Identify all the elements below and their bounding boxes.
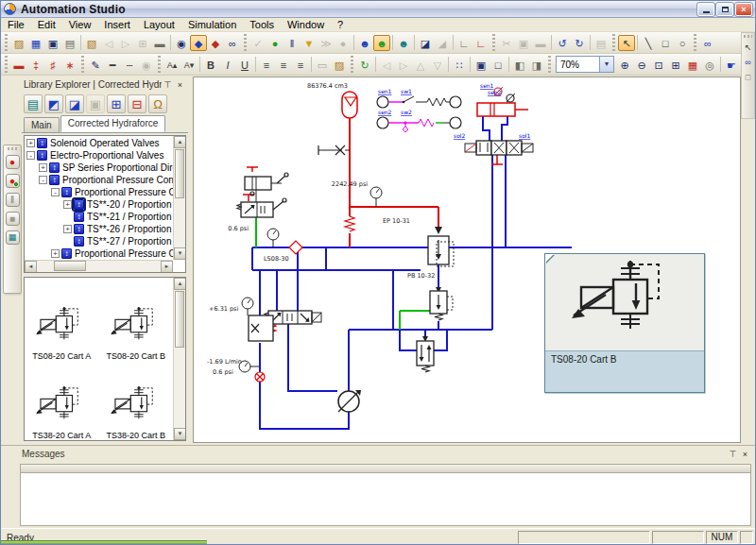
ellipse-tool-icon[interactable]: ○ — [674, 35, 691, 51]
scrollbar-thumb[interactable] — [175, 149, 184, 198]
tree-item-label[interactable]: TS**-20 / Proportion — [87, 199, 172, 210]
print-icon[interactable]: ▤ — [61, 35, 78, 51]
sen1-link[interactable]: sen1 — [378, 88, 392, 94]
tree-item[interactable]: -↕Electro-Proportional Valves — [25, 149, 173, 162]
hydraulic-lines-red[interactable] — [243, 92, 528, 382]
toolbar-grip[interactable] — [744, 35, 752, 38]
sim-run-button[interactable]: ● — [6, 174, 20, 188]
font-decrease-icon[interactable]: A▾ — [180, 57, 198, 73]
scrollbar-thumb[interactable] — [54, 261, 86, 271]
filter-block-symbol[interactable] — [249, 315, 273, 341]
tree-item-label[interactable]: Proportional Pressure Co — [75, 248, 173, 259]
cylinder-sen2-link[interactable]: sen2 — [488, 89, 502, 95]
plotter-icon[interactable]: ◪ — [417, 35, 434, 51]
toolbar-grip[interactable] — [5, 56, 8, 73]
zoom-in-icon[interactable]: ⊕ — [616, 57, 633, 73]
library-remove-icon[interactable]: ⊟ — [128, 94, 146, 113]
close-button[interactable]: × — [735, 3, 752, 16]
component-thumbnail[interactable]: TS08-20 Cart A — [25, 283, 99, 363]
pen-style-icon[interactable]: ✎ — [87, 57, 104, 73]
menu-simulation[interactable]: Simulation — [181, 18, 243, 32]
scroll-up-icon[interactable]: ▲ — [174, 278, 186, 290]
measure-icon[interactable]: ∟ — [455, 35, 472, 51]
orifice-spring-symbol[interactable] — [345, 216, 354, 231]
previous-page-icon[interactable]: ◁ — [100, 35, 117, 51]
insert-page-icon[interactable]: ⊞ — [134, 35, 151, 51]
sol1-link[interactable]: sol1 — [519, 132, 530, 139]
workshop-pair-icon[interactable]: ☻ — [395, 35, 412, 51]
tree-expander[interactable]: + — [51, 249, 60, 258]
zoom-out-icon[interactable]: ⊖ — [633, 57, 650, 73]
library-save-icon[interactable]: ▣ — [86, 94, 105, 113]
gauge-symbol[interactable] — [370, 187, 382, 207]
bring-front-icon[interactable]: ◧ — [511, 57, 528, 73]
tree-expander[interactable]: - — [26, 151, 35, 160]
accumulator-symbol[interactable] — [342, 92, 357, 118]
restore-button[interactable] — [716, 3, 733, 16]
group-icon[interactable]: ▣ — [472, 57, 490, 73]
font-increase-icon[interactable]: A▴ — [163, 57, 180, 73]
tree-item[interactable]: +↕Proportional Pressure Co — [25, 247, 173, 260]
sen2-link[interactable]: sen2 — [378, 109, 392, 115]
actuator-cylinder-symbol[interactable] — [477, 103, 528, 116]
menu-edit[interactable]: Edit — [31, 18, 62, 32]
toolbar-grip[interactable] — [244, 34, 247, 51]
tree-item-label[interactable]: Electro-Proportional Valves — [50, 150, 163, 161]
slope-icon[interactable]: ◢ — [434, 35, 451, 51]
shape-tool-icon[interactable]: □ — [742, 71, 754, 83]
toolbar-grip[interactable] — [5, 34, 8, 51]
tree-horizontal-scrollbar[interactable]: ◄ ► — [25, 260, 173, 272]
zoom-document-icon[interactable]: ◉ — [173, 35, 190, 51]
variable-pump-symbol[interactable] — [338, 390, 361, 412]
save-icon[interactable]: ▣ — [44, 35, 61, 51]
toolbar-grip[interactable] — [548, 56, 551, 73]
simulation-pause-icon[interactable]: ‖ — [284, 35, 301, 51]
snap-grid-icon[interactable]: ∷ — [451, 57, 468, 73]
messages-column-header[interactable] — [20, 464, 751, 473]
library-lock-icon[interactable]: Ω — [148, 94, 167, 113]
align-center-icon[interactable]: ≡ — [275, 57, 292, 73]
sim-pause-button[interactable]: ‖ — [6, 193, 20, 207]
menu-help[interactable]: ? — [331, 18, 350, 32]
measure-red-icon[interactable]: ∟ — [472, 35, 490, 51]
menu-layout[interactable]: Layout — [137, 18, 181, 32]
scrollbar-thumb[interactable] — [175, 291, 184, 348]
open-project-icon[interactable]: ▨ — [10, 35, 27, 51]
sim-halt-button[interactable]: ■ — [6, 212, 20, 226]
flip-horizontal-icon[interactable]: ▽ — [429, 57, 446, 73]
tree-item-label[interactable]: TS**-21 / Proportion — [87, 212, 172, 222]
tree-vertical-scrollbar[interactable]: ▲ ▼ — [173, 136, 185, 260]
copy-icon[interactable]: ▣ — [515, 35, 532, 51]
component-thumbnail[interactable]: TS38-20 Cart A — [25, 363, 99, 441]
minimize-button[interactable] — [697, 3, 714, 16]
underline-icon[interactable]: U — [236, 57, 253, 73]
toolbar-grip[interactable] — [81, 56, 84, 73]
italic-icon[interactable]: I — [219, 57, 236, 73]
tree-item-label[interactable]: Proportional Pressure Contro — [62, 175, 173, 185]
cylinder-sen1-link[interactable]: sen1 — [480, 82, 494, 89]
combo-dropdown-icon[interactable]: ▼ — [599, 57, 613, 72]
tree-item-label[interactable]: TS**-26 / Proportion — [87, 224, 172, 234]
sim-stop-button[interactable]: ● — [6, 155, 20, 169]
scroll-left-icon[interactable]: ◄ — [25, 261, 37, 273]
scroll-up-icon[interactable]: ▲ — [174, 136, 186, 148]
tank-symbol[interactable] — [247, 167, 258, 172]
link-tool-icon[interactable]: ∞ — [742, 56, 754, 68]
scroll-down-icon[interactable]: ▼ — [174, 428, 186, 440]
simulation-slow-icon[interactable]: ● — [335, 35, 352, 51]
redo-icon[interactable]: ↻ — [571, 35, 588, 51]
component-thumbnail[interactable]: TS38-20 Cart B — [99, 363, 174, 441]
menu-insert[interactable]: Insert — [97, 18, 137, 32]
pb-valve-symbol[interactable] — [417, 336, 434, 372]
zoom-combobox[interactable]: 70% ▼ — [556, 56, 614, 73]
bold-icon[interactable]: B — [202, 57, 219, 73]
component-selection-card[interactable]: TS08-20 Cart B — [544, 253, 705, 393]
tree-expander[interactable]: - — [51, 188, 60, 196]
messages-body[interactable] — [20, 473, 751, 526]
tree-item[interactable]: -↕Proportional Pressure Contro — [25, 174, 173, 186]
zoom-page-icon[interactable]: ⊞ — [667, 57, 684, 73]
rectangle-tool-icon[interactable]: □ — [657, 35, 674, 51]
scroll-down-icon[interactable]: ▼ — [174, 247, 186, 260]
gauge-symbol[interactable] — [267, 229, 279, 247]
send-back-icon[interactable]: ◨ — [528, 57, 545, 73]
